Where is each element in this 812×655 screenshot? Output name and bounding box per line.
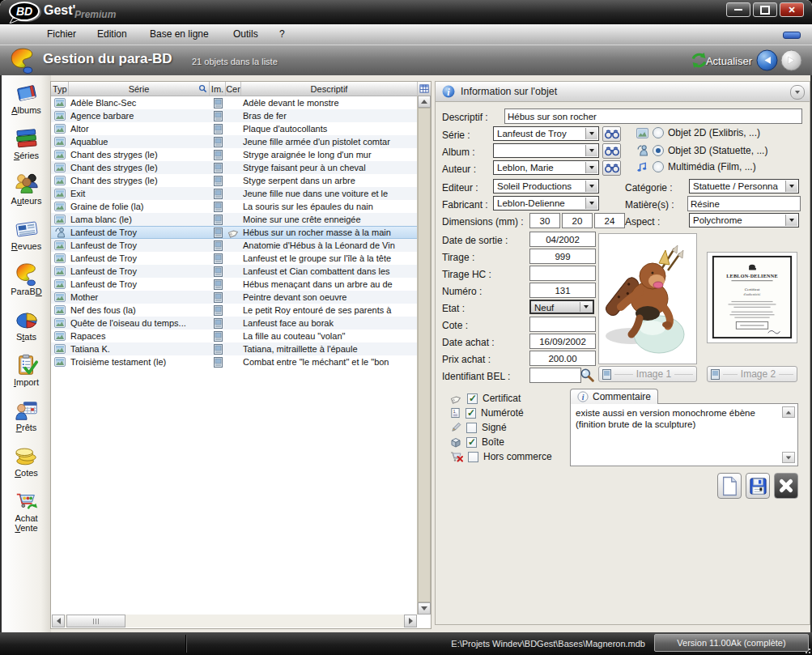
panel-collapse-button[interactable] [790,85,805,100]
search-icon[interactable] [198,84,207,93]
menu-fichier[interactable]: Fichier [47,28,76,40]
table-row[interactable]: Tatiana K. Tatian [51,342,431,355]
resize-grip[interactable] [802,645,810,653]
comment-textarea[interactable]: existe aussi en version monochrome ébène… [570,403,798,466]
multimedia-radio[interactable] [653,161,664,172]
comment-scroll-up-button[interactable] [782,406,795,418]
object-2d-radio[interactable] [653,127,664,138]
image2-button[interactable]: Image 2 [707,366,797,382]
sidebar-item-series[interactable]: Séries [2,126,51,172]
sidebar-item-parabd[interactable]: ParaBD [2,262,51,308]
column-header-cer[interactable]: Cer [226,82,241,96]
descriptif-input[interactable] [504,108,802,124]
serie-lookup-button[interactable] [602,126,621,142]
tirage-hc-input[interactable] [529,266,596,281]
chevron-down-icon[interactable] [585,145,597,156]
table-row[interactable]: Adèle Blanc-Sec A [51,96,431,109]
dimension-height-input[interactable] [594,213,625,228]
minimize-button[interactable] [726,2,750,17]
table-row[interactable]: Lanfeust de Troy [51,226,431,239]
table-row[interactable]: Aquablue Jeune fi [51,135,431,148]
menu-aide[interactable]: ? [279,28,285,40]
nav-back-button[interactable] [756,49,778,71]
sidebar-item-achat-vente[interactable]: Achat Vente [2,489,51,534]
sidebar-item-import[interactable]: Import [2,353,51,398]
sidebar-item-auteurs[interactable]: Auteurs [2,172,51,217]
fabricant-select[interactable]: Leblon-Delienne [493,196,599,211]
column-header-serie[interactable]: Série [69,82,210,96]
table-row[interactable]: Chant des stryges (le) [51,174,431,187]
scroll-up-button[interactable] [418,96,431,108]
chevron-down-icon[interactable] [785,181,797,192]
table-row[interactable]: Troisième testament (le) [51,355,431,368]
comment-tab[interactable]: i Commentaire [570,389,658,404]
comment-scroll-down-button[interactable] [782,452,795,463]
sidebar-item-cotes[interactable]: Cotes [2,444,51,489]
table-row[interactable]: Quête de l'oiseau du temps... [51,317,431,330]
chevron-down-icon[interactable] [585,181,597,192]
object-3d-radio[interactable] [653,145,664,156]
table-row[interactable]: Chant des stryges (le) [51,148,431,161]
album-select[interactable] [493,143,599,158]
nav-forward-button[interactable] [780,49,802,71]
serie-select[interactable]: Lanfeust de Troy [493,126,599,141]
table-row[interactable]: Graine de folie (la) [51,200,431,213]
chevron-down-icon[interactable] [585,128,597,139]
cote-input[interactable] [529,317,596,332]
dimension-depth-input[interactable] [562,213,593,228]
chevron-down-icon[interactable] [580,302,592,312]
scroll-left-button[interactable] [52,615,65,627]
image1-button[interactable]: Image 1 [598,366,697,382]
column-chooser-button[interactable] [418,82,431,96]
vertical-scroll-thumb[interactable] [418,108,431,602]
chevron-down-icon[interactable] [585,198,597,209]
aspect-select[interactable]: Polychrome [689,213,799,228]
dimension-width-input[interactable] [529,213,560,228]
refresh-button[interactable]: Actualiser [706,55,752,67]
column-header-descriptif[interactable]: Descriptif [241,82,418,96]
auteur-lookup-button[interactable] [602,160,621,176]
table-row[interactable]: Nef des fous (la) [51,304,431,317]
table-row[interactable]: Lanfeust de Troy [51,278,431,291]
album-lookup-button[interactable] [602,143,621,159]
table-row[interactable]: Lanfeust de Troy [51,239,431,252]
scroll-down-button[interactable] [418,602,431,615]
numero-input[interactable] [529,283,596,298]
menu-edition[interactable]: Edition [97,28,127,40]
prix-achat-input[interactable] [529,351,596,366]
close-panel-button[interactable] [774,473,798,499]
horizontal-scroll-thumb[interactable] [66,615,125,627]
sidebar-item-albums[interactable]: Albums [2,81,51,126]
identifiant-bel-input[interactable] [529,368,581,383]
date-sortie-input[interactable] [529,232,596,247]
auteur-select[interactable]: Leblon, Marie [493,160,599,175]
table-row[interactable]: Exit Jeune fille [51,187,431,200]
date-achat-input[interactable] [529,334,596,349]
scroll-right-button[interactable] [404,615,417,627]
sidebar-item-prets[interactable]: Prêts [2,398,51,444]
new-object-button[interactable] [717,473,742,499]
sidebar-item-stats[interactable]: Stats [2,308,51,353]
matieres-input[interactable] [687,196,801,211]
close-window-button[interactable]: ✕ [780,2,804,17]
editeur-select[interactable]: Soleil Productions [493,179,599,194]
table-row[interactable]: Chant des stryges (le) [51,161,431,174]
hors-commerce-checkbox[interactable] [468,452,478,462]
chevron-down-icon[interactable] [785,215,797,226]
column-header-typ[interactable]: Typ [51,82,69,96]
chevron-down-icon[interactable] [585,162,597,173]
tirage-input[interactable] [529,249,596,264]
numerote-checkbox[interactable] [466,408,476,419]
menu-base-en-ligne[interactable]: Base en ligne [150,28,209,40]
bel-search-button[interactable] [580,368,594,382]
categorie-select[interactable]: Statuette / Personna [689,179,799,194]
sidebar-item-revues[interactable]: Revues [2,217,51,262]
toolbar-grip[interactable] [783,32,801,39]
horizontal-scrollbar[interactable] [52,615,417,627]
table-row[interactable]: Mother Peintre de [51,291,431,304]
table-row[interactable]: Lanfeust de Troy [51,265,431,278]
save-button[interactable] [746,473,770,499]
maximize-button[interactable] [753,2,777,17]
signe-checkbox[interactable] [466,423,477,433]
certificat-checkbox[interactable] [467,393,478,404]
